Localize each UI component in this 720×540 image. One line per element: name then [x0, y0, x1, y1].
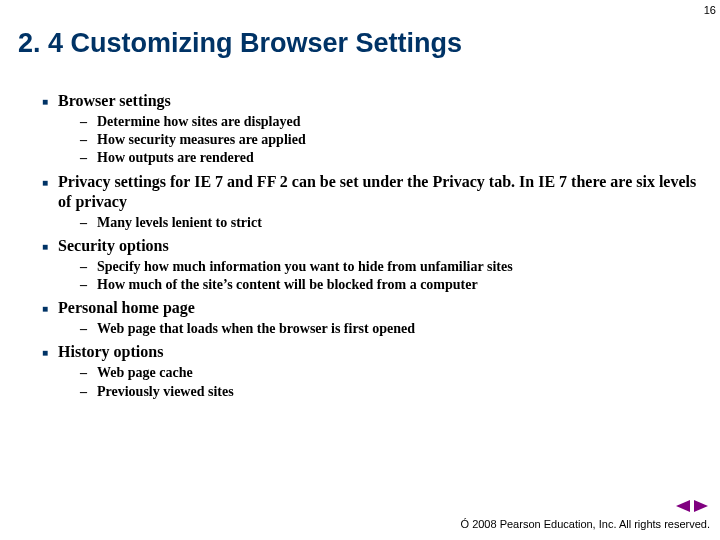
square-bullet-icon: ■	[42, 241, 48, 254]
svg-marker-0	[676, 500, 690, 512]
sub-item: –How outputs are rendered	[80, 149, 700, 167]
bullet-text: Personal home page	[58, 298, 195, 318]
dash-icon: –	[80, 276, 87, 294]
sub-text: Web page cache	[97, 364, 193, 382]
footer-text: Ó 2008 Pearson Education, Inc. All right…	[461, 518, 710, 530]
sub-item: –Previously viewed sites	[80, 383, 700, 401]
bullet-text: Security options	[58, 236, 169, 256]
sub-text: Many levels lenient to strict	[97, 214, 262, 232]
dash-icon: –	[80, 320, 87, 338]
bullet-item: ■ Personal home page	[42, 298, 700, 318]
sub-list: –Many levels lenient to strict	[42, 214, 700, 232]
dash-icon: –	[80, 383, 87, 401]
bullet-item: ■ Security options	[42, 236, 700, 256]
dash-icon: –	[80, 149, 87, 167]
bullet-text: Privacy settings for IE 7 and FF 2 can b…	[58, 172, 700, 212]
dash-icon: –	[80, 113, 87, 131]
sub-item: –Many levels lenient to strict	[80, 214, 700, 232]
bullet-item: ■ History options	[42, 342, 700, 362]
next-arrow-icon[interactable]	[694, 500, 708, 512]
dash-icon: –	[80, 214, 87, 232]
square-bullet-icon: ■	[42, 96, 48, 109]
slide-content: ■ Browser settings –Determine how sites …	[0, 59, 720, 401]
page-number: 16	[704, 4, 716, 16]
sub-item: –How security measures are applied	[80, 131, 700, 149]
square-bullet-icon: ■	[42, 303, 48, 316]
dash-icon: –	[80, 364, 87, 382]
bullet-text: Browser settings	[58, 91, 171, 111]
sub-text: Web page that loads when the browser is …	[97, 320, 415, 338]
sub-item: –Specify how much information you want t…	[80, 258, 700, 276]
sub-list: –Web page cache –Previously viewed sites	[42, 364, 700, 400]
slide-footer: Ó 2008 Pearson Education, Inc. All right…	[461, 500, 710, 530]
sub-item: –Determine how sites are displayed	[80, 113, 700, 131]
nav-arrows	[461, 500, 710, 512]
prev-arrow-icon[interactable]	[676, 500, 690, 512]
dash-icon: –	[80, 131, 87, 149]
svg-marker-1	[694, 500, 708, 512]
bullet-text: History options	[58, 342, 163, 362]
slide-title: 2. 4 Customizing Browser Settings	[0, 0, 720, 59]
square-bullet-icon: ■	[42, 177, 48, 190]
copyright-symbol: Ó	[461, 518, 470, 530]
sub-text: Specify how much information you want to…	[97, 258, 513, 276]
sub-text: How outputs are rendered	[97, 149, 254, 167]
sub-list: –Web page that loads when the browser is…	[42, 320, 700, 338]
sub-text: Determine how sites are displayed	[97, 113, 301, 131]
copyright-text: 2008 Pearson Education, Inc. All rights …	[469, 518, 710, 530]
sub-text: How much of the site’s content will be b…	[97, 276, 478, 294]
bullet-item: ■ Browser settings	[42, 91, 700, 111]
sub-list: –Specify how much information you want t…	[42, 258, 700, 294]
sub-list: –Determine how sites are displayed –How …	[42, 113, 700, 168]
sub-text: How security measures are applied	[97, 131, 306, 149]
sub-text: Previously viewed sites	[97, 383, 234, 401]
sub-item: –Web page cache	[80, 364, 700, 382]
sub-item: –Web page that loads when the browser is…	[80, 320, 700, 338]
sub-item: –How much of the site’s content will be …	[80, 276, 700, 294]
square-bullet-icon: ■	[42, 347, 48, 360]
bullet-item: ■ Privacy settings for IE 7 and FF 2 can…	[42, 172, 700, 212]
dash-icon: –	[80, 258, 87, 276]
